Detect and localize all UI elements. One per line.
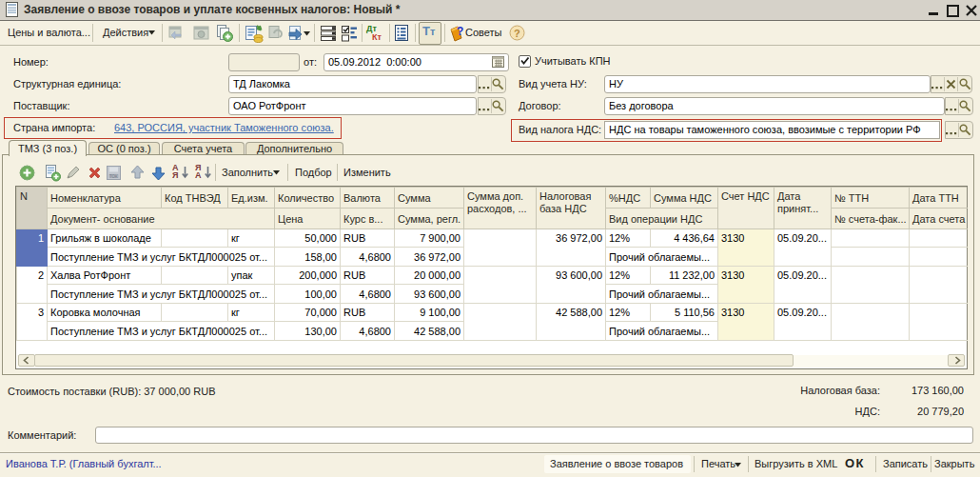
svg-text:?: ?	[457, 25, 463, 38]
svg-text:?: ?	[514, 28, 520, 39]
svg-text:ТОК: ТОК	[109, 174, 118, 179]
